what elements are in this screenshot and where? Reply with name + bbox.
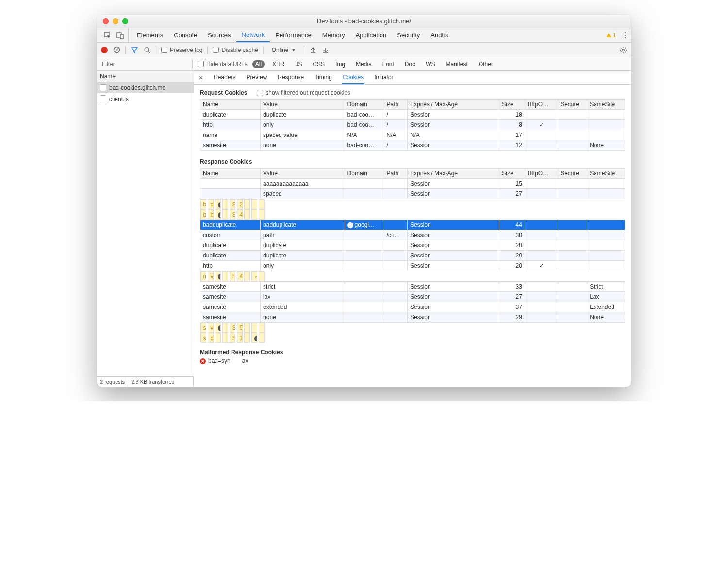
detail-tab-timing[interactable]: Timing	[314, 72, 333, 84]
table-row[interactable]: spacedSession27	[200, 189, 625, 199]
column-header[interactable]: Expires / Max-Age	[407, 100, 499, 110]
table-row[interactable]: secureonlySession19i✓	[200, 333, 261, 343]
column-header[interactable]: Secure	[558, 169, 587, 179]
tab-performance[interactable]: Performance	[270, 28, 316, 42]
table-row[interactable]: duplicateduplicateSession20	[200, 240, 625, 251]
tab-audits[interactable]: Audits	[425, 28, 453, 42]
request-item[interactable]: client.js	[97, 93, 194, 104]
table-row[interactable]: samesitelaxSession27Lax	[200, 292, 625, 302]
more-menu-icon[interactable]: ⋮	[619, 31, 628, 40]
table-row[interactable]: badduplicatebadduplicateigoogl…Session44	[200, 209, 261, 220]
table-row[interactable]: samesitenonebad-coo…/Session12None	[200, 140, 625, 151]
column-header[interactable]: Value	[261, 100, 345, 110]
table-row[interactable]: httponlySession20✓	[200, 261, 625, 271]
table-row[interactable]: samesitedefaultvalueigoogl…Session50	[200, 323, 261, 333]
sidebar-header[interactable]: Name	[97, 71, 194, 82]
column-header[interactable]: SameSite	[587, 100, 625, 110]
warning-indicator[interactable]: 1	[606, 32, 619, 39]
svg-line-4	[115, 48, 119, 52]
column-header[interactable]: Name	[200, 100, 261, 110]
preserve-log-checkbox[interactable]: Preserve log	[161, 47, 202, 53]
column-header[interactable]: HttpO…	[525, 169, 558, 179]
filter-icon[interactable]	[131, 46, 138, 54]
settings-gear-icon[interactable]	[619, 46, 627, 54]
table-row[interactable]: multiplereasonsvalueigoogl…Session48✓	[200, 271, 261, 281]
record-button[interactable]	[101, 47, 108, 53]
table-row[interactable]: duplicateduplicatebad-coo…/Session18	[200, 110, 625, 120]
filter-type-ws[interactable]: WS	[423, 60, 438, 68]
filter-input[interactable]	[100, 60, 187, 68]
download-icon[interactable]	[322, 46, 330, 54]
table-row[interactable]: custompath/cu…Session30	[200, 230, 625, 240]
table-row[interactable]: samesiteextendedSession37Extended	[200, 302, 625, 312]
tab-network[interactable]: Network	[236, 28, 270, 42]
table-row[interactable]: httponlybad-coo…/Session8✓	[200, 120, 625, 130]
filter-type-other[interactable]: Other	[476, 60, 496, 68]
filter-type-font[interactable]: Font	[380, 60, 397, 68]
request-item[interactable]: bad-cookies.glitch.me	[97, 82, 194, 93]
tab-security[interactable]: Security	[392, 28, 425, 42]
tab-elements[interactable]: Elements	[132, 28, 168, 42]
close-detail-icon[interactable]: ×	[197, 74, 205, 82]
column-header[interactable]: Domain	[345, 100, 384, 110]
clear-icon[interactable]	[113, 46, 120, 54]
inspect-icon[interactable]	[104, 32, 112, 39]
table-row[interactable]: samesitestrictSession33Strict	[200, 282, 625, 292]
column-header[interactable]: Expires / Max-Age	[407, 169, 499, 179]
detail-tab-headers[interactable]: Headers	[213, 72, 236, 84]
device-toggle-icon[interactable]	[116, 32, 124, 39]
throttling-select[interactable]: Online ▼	[268, 46, 299, 54]
warning-icon	[606, 33, 612, 38]
info-icon: i	[218, 274, 221, 280]
upload-icon[interactable]	[309, 46, 317, 54]
column-header[interactable]: Value	[261, 169, 345, 179]
column-header[interactable]: Size	[499, 169, 525, 179]
detail-tab-initiator[interactable]: Initiator	[373, 72, 394, 84]
detail-tab-cookies[interactable]: Cookies	[342, 72, 364, 84]
column-header[interactable]: Path	[384, 100, 407, 110]
table-row[interactable]: badduplicatebadduplicateigoogl…Session44	[200, 220, 625, 230]
disable-cache-checkbox[interactable]: Disable cache	[213, 47, 258, 53]
info-icon: i	[254, 336, 257, 341]
tab-console[interactable]: Console	[168, 28, 202, 42]
hide-data-urls-checkbox[interactable]: Hide data URLs	[198, 61, 248, 68]
filter-row: Hide data URLs AllXHRJSCSSImgMediaFontDo…	[97, 57, 631, 71]
tab-memory[interactable]: Memory	[317, 28, 350, 42]
column-header[interactable]: HttpO…	[525, 100, 558, 110]
request-cookies-title: Request Cookies	[200, 89, 247, 96]
filter-type-all[interactable]: All	[252, 60, 265, 68]
filter-type-css[interactable]: CSS	[310, 60, 328, 68]
table-row[interactable]: samesitenoneSession29None	[200, 312, 625, 323]
tab-sources[interactable]: Sources	[202, 28, 236, 42]
column-header[interactable]: Size	[499, 100, 525, 110]
detail-tab-response[interactable]: Response	[277, 72, 305, 84]
requests-count: 2 requests	[97, 377, 128, 387]
transferred-size: 2.3 KB transferred	[128, 377, 194, 387]
table-row[interactable]: baddomainigoogl…Session29	[200, 199, 261, 209]
svg-point-5	[145, 48, 149, 51]
tab-application[interactable]: Application	[350, 28, 392, 42]
table-row[interactable]: aaaaaaaaaaaaaaSession15	[200, 179, 625, 189]
info-icon: i	[347, 222, 353, 228]
filter-type-doc[interactable]: Doc	[402, 60, 418, 68]
detail-tab-preview[interactable]: Preview	[246, 72, 268, 84]
error-icon: ✕	[200, 358, 206, 364]
filter-type-img[interactable]: Img	[332, 60, 348, 68]
info-icon: i	[218, 212, 221, 218]
column-header[interactable]: Secure	[558, 100, 587, 110]
filter-type-xhr[interactable]: XHR	[269, 60, 287, 68]
column-header[interactable]: Name	[200, 169, 261, 179]
column-header[interactable]: Path	[384, 169, 407, 179]
search-icon[interactable]	[143, 46, 151, 54]
show-filtered-checkbox[interactable]: show filtered out request cookies	[257, 89, 350, 96]
table-row[interactable]: namespaced valueN/AN/AN/A17	[200, 130, 625, 140]
column-header[interactable]: SameSite	[587, 169, 625, 179]
table-row[interactable]: duplicateduplicateSession20	[200, 251, 625, 261]
column-header[interactable]: Domain	[345, 169, 384, 179]
filter-type-media[interactable]: Media	[353, 60, 375, 68]
filter-type-js[interactable]: JS	[292, 60, 305, 68]
main-tabbar: ElementsConsoleSourcesNetworkPerformance…	[97, 28, 631, 43]
request-cookies-table: NameValueDomainPathExpires / Max-AgeSize…	[200, 99, 625, 151]
svg-point-7	[622, 49, 624, 51]
filter-type-manifest[interactable]: Manifest	[443, 60, 471, 68]
